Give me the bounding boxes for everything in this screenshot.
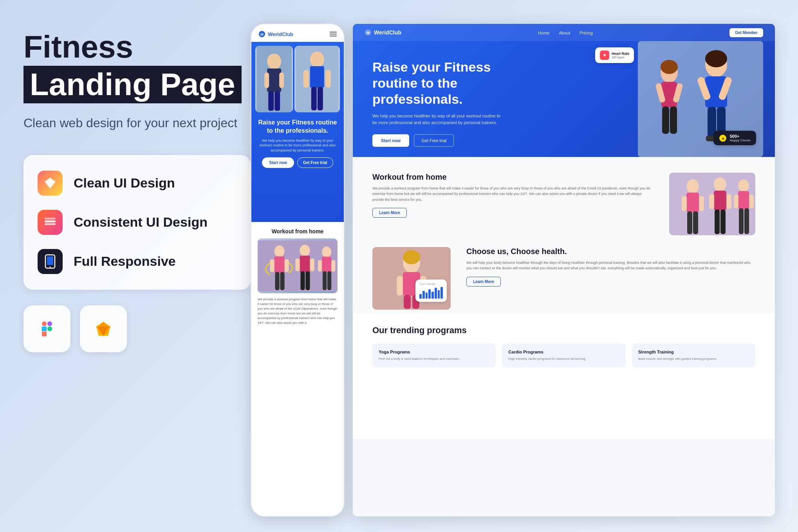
desktop-free-trial-button[interactable]: Get Free trial <box>414 134 454 147</box>
desktop-get-member-button[interactable]: Get Member <box>729 28 763 37</box>
svg-rect-31 <box>325 70 331 88</box>
svg-rect-8 <box>42 321 47 326</box>
phone-hero-desc: We help you become healthier by way of y… <box>258 138 338 153</box>
cardio-program-desc: High intensity cardio programs for maxim… <box>508 357 619 361</box>
svg-rect-83 <box>714 191 726 210</box>
figma-logo <box>37 319 57 339</box>
badge-500-clients: ★ 500+ Happy Clients <box>713 131 756 145</box>
desktop-programs-section: Our trending programs Yoga Programs Find… <box>353 314 775 439</box>
svg-rect-9 <box>47 321 52 326</box>
svg-rect-45 <box>300 271 305 290</box>
svg-rect-10 <box>42 326 47 331</box>
svg-rect-42 <box>300 256 310 272</box>
svg-marker-17 <box>96 322 110 326</box>
svg-rect-52 <box>327 271 331 290</box>
svg-text:W: W <box>367 31 370 35</box>
svg-rect-49 <box>318 260 322 272</box>
section3-image: Your Calories <box>372 247 451 310</box>
feature-label-clean-ui: Clean UI Design <box>74 175 175 191</box>
svg-rect-3 <box>45 223 56 225</box>
heart-rate-badge: ♥ Heart Rate 107 bpm <box>595 47 634 63</box>
svg-rect-91 <box>749 195 754 208</box>
desktop-nav: W WeridClub Home About Pricing Get Membe… <box>353 24 775 41</box>
program-3-title: Strength Training <box>638 350 749 354</box>
section2-text: Workout from home We provide a workout p… <box>372 173 654 218</box>
svg-rect-29 <box>310 66 324 88</box>
svg-rect-80 <box>687 211 692 234</box>
desktop-workout-section: Workout from home We provide a workout p… <box>353 157 775 235</box>
section2-learn-more-button[interactable]: Learn More <box>372 208 407 218</box>
svg-point-41 <box>300 245 310 256</box>
calories-label: Your Calories <box>419 283 443 285</box>
phone-workout-image <box>258 238 338 293</box>
section3-title: Choose us, Choose health. <box>466 247 755 256</box>
svg-rect-25 <box>268 91 274 111</box>
phone-hero-section: Raise your Fitness routine to the profes… <box>251 42 344 222</box>
program-card-cardio: Cardio Programs High intensity cardio pr… <box>502 343 625 368</box>
title-landing: Landing Page <box>23 66 242 103</box>
svg-rect-71 <box>662 106 669 134</box>
desktop-nav-logo: W WeridClub <box>365 29 401 36</box>
phone-workout-text: We provide a workout program from home t… <box>258 297 338 325</box>
svg-point-96 <box>403 250 420 264</box>
svg-rect-79 <box>699 196 704 211</box>
feature-item-consistent-ui: Consistent UI Design <box>38 210 237 235</box>
svg-rect-93 <box>744 208 749 234</box>
svg-rect-6 <box>47 256 53 265</box>
svg-rect-23 <box>264 72 269 88</box>
svg-rect-36 <box>274 256 285 273</box>
svg-point-7 <box>50 266 51 267</box>
svg-rect-38 <box>285 259 289 272</box>
phone-mockup: W WeridClub <box>251 23 345 517</box>
svg-rect-77 <box>686 193 699 212</box>
svg-point-35 <box>274 245 285 257</box>
svg-rect-86 <box>715 209 720 234</box>
sketch-logo <box>93 319 114 339</box>
yoga-program-title: Yoga Programs <box>379 350 489 354</box>
phone-hero-img-2 <box>294 46 340 112</box>
svg-rect-12 <box>42 332 47 336</box>
section2-title: Workout from home <box>372 173 654 182</box>
subtitle: Clean web design for your next project <box>23 115 251 132</box>
hamburger-icon[interactable] <box>330 32 337 36</box>
svg-rect-30 <box>303 70 309 88</box>
svg-rect-43 <box>295 258 300 271</box>
svg-point-76 <box>686 179 699 193</box>
phone-free-trial-button[interactable]: Get Free trial <box>297 157 333 168</box>
svg-rect-78 <box>682 196 687 211</box>
figma-icon-box <box>23 305 70 352</box>
feature-label-consistent-ui: Consistent UI Design <box>74 215 208 230</box>
svg-rect-72 <box>670 106 677 134</box>
svg-rect-85 <box>726 194 731 209</box>
svg-rect-40 <box>280 272 284 290</box>
svg-rect-11 <box>47 326 52 331</box>
svg-rect-22 <box>267 69 281 92</box>
section3-desc: We will help your body become healthier … <box>466 260 755 271</box>
svg-rect-33 <box>318 87 323 110</box>
nav-link-pricing[interactable]: Pricing <box>580 31 593 35</box>
svg-point-82 <box>714 177 726 191</box>
calories-chart <box>419 287 443 299</box>
calories-badge: Your Calories <box>415 280 447 302</box>
nav-link-home[interactable]: Home <box>538 31 549 35</box>
desktop-start-now-button[interactable]: Start now <box>372 134 409 147</box>
section3-learn-more-button[interactable]: Learn More <box>466 277 501 287</box>
left-panel: Fitness Landing Page Clean web design fo… <box>23 31 251 352</box>
phone-workout-title: Workout from home <box>258 228 338 234</box>
svg-rect-87 <box>720 209 726 234</box>
tool-icons <box>23 305 251 352</box>
phone-start-now-button[interactable]: Start now <box>262 157 294 168</box>
svg-rect-81 <box>693 211 698 234</box>
svg-rect-100 <box>404 295 411 309</box>
svg-point-21 <box>267 54 281 69</box>
svg-rect-32 <box>311 87 317 110</box>
section3-text: Choose us, Choose health. We will help y… <box>466 247 755 287</box>
svg-rect-37 <box>270 259 274 272</box>
diamond-icon <box>38 171 63 196</box>
phone-hero-title: Raise your Fitness routine to the profes… <box>258 119 338 135</box>
svg-rect-51 <box>323 271 327 290</box>
nav-link-about[interactable]: About <box>559 31 570 35</box>
svg-point-67 <box>661 60 678 74</box>
cardio-program-title: Cardio Programs <box>508 350 619 354</box>
svg-rect-2 <box>45 220 56 222</box>
